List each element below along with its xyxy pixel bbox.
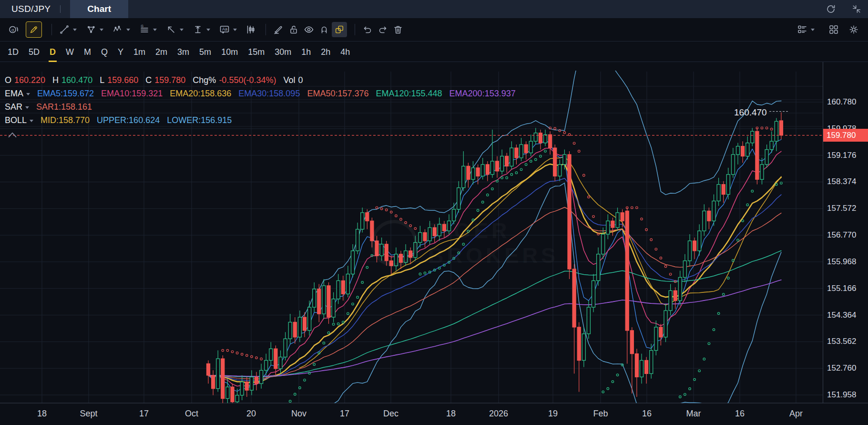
boll-value-0: MID:158.770 <box>41 115 90 125</box>
quote-c-value: 159.780 <box>154 75 185 85</box>
ema-value-3: EMA30:158.095 <box>238 89 300 99</box>
boll-dropdown-caret[interactable] <box>30 120 33 122</box>
sar-legend-row: SARSAR1:158.161 <box>5 101 92 113</box>
boll-label[interactable]: BOLL <box>5 115 33 125</box>
price-tick: 155.166 <box>827 284 856 293</box>
quote-c: C159.780 <box>145 75 185 85</box>
boll-legend-row: BOLLMID:158.770UPPER:160.624LOWER:156.91… <box>5 114 232 126</box>
quote-h-value: 160.470 <box>61 75 92 85</box>
sar-dropdown-caret[interactable] <box>25 106 29 109</box>
ema-lines <box>208 140 781 392</box>
sar-value-0: SAR1:158.161 <box>36 102 92 112</box>
quote-h-label: H <box>52 75 59 85</box>
high-price-label: 160.470 <box>734 107 767 117</box>
quote-vol-label: Vol <box>283 75 295 85</box>
boll-value-2: LOWER:156.915 <box>167 115 232 125</box>
chart-canvas[interactable]: 160.470 <box>0 0 868 425</box>
quote-chg%-value: -0.550(-0.34%) <box>219 75 276 85</box>
chart-window: USD/JPY Chart σ <box>0 0 868 425</box>
quote-o-label: O <box>5 75 11 85</box>
price-tick: 156.770 <box>827 230 856 240</box>
quote-l-value: 159.660 <box>107 75 138 85</box>
ema-label[interactable]: EMA <box>5 89 30 99</box>
quote-legend-row: O160.220H160.470L159.660C159.780Chg%-0.5… <box>5 74 303 86</box>
price-tick: 155.968 <box>827 257 856 267</box>
price-tick: 152.760 <box>827 363 856 373</box>
price-tick: 153.562 <box>827 337 856 346</box>
price-tick: 151.958 <box>827 390 856 400</box>
current-price-tag: 159.780 <box>823 129 868 142</box>
boll-value-1: UPPER:160.624 <box>97 115 160 125</box>
price-tick: 157.572 <box>827 204 856 213</box>
ema-dropdown-caret[interactable] <box>26 93 30 95</box>
price-tick: 154.364 <box>827 311 856 320</box>
quote-l-label: L <box>100 75 104 85</box>
ema-legend-row: EMAEMA5:159.672EMA10:159.321EMA20:158.63… <box>5 87 516 100</box>
quote-vol-value: 0 <box>298 75 303 85</box>
ema-value-5: EMA120:155.448 <box>376 89 442 99</box>
quote-chg%: Chg%-0.550(-0.34%) <box>193 75 276 85</box>
ema-value-1: EMA10:159.321 <box>101 89 163 99</box>
price-tick: 158.374 <box>827 177 856 187</box>
quote-l: L159.660 <box>100 75 138 85</box>
price-axis[interactable]: 160.780159.978159.176158.374157.572156.7… <box>823 62 868 403</box>
ema-value-4: EMA50:157.376 <box>307 89 368 99</box>
price-tick: 159.176 <box>827 151 856 160</box>
quote-vol: Vol0 <box>283 75 303 85</box>
price-tick: 160.780 <box>827 97 856 107</box>
sar-label[interactable]: SAR <box>5 102 29 112</box>
ema-value-2: EMA20:158.636 <box>170 89 231 99</box>
quote-h: H160.470 <box>52 75 92 85</box>
quote-o: O160.220 <box>5 75 45 85</box>
candles-layer <box>207 113 783 415</box>
ema-value-0: EMA5:159.672 <box>37 89 94 99</box>
quote-chg%-label: Chg% <box>193 75 216 85</box>
quote-c-label: C <box>145 75 152 85</box>
quote-o-value: 160.220 <box>14 75 45 85</box>
ema-value-6: EMA200:153.937 <box>449 89 516 99</box>
